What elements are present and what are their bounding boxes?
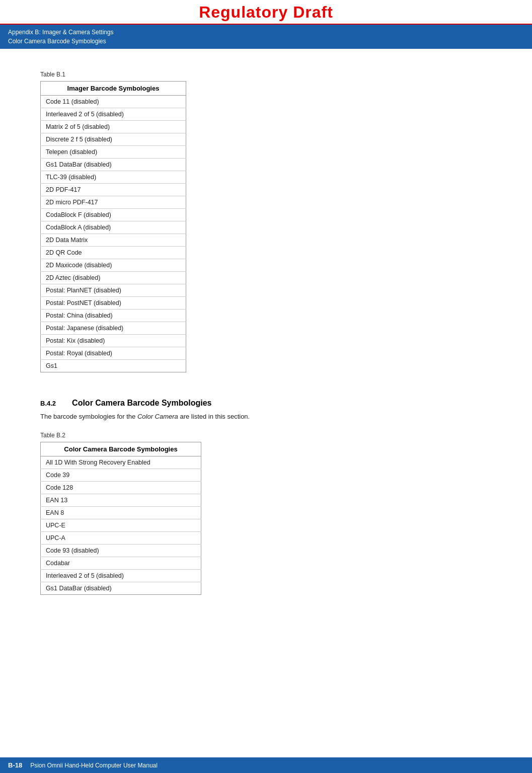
table-row: CodaBlock F (disabled) — [41, 209, 186, 221]
table-row: Gs1 DataBar (disabled) — [41, 159, 186, 171]
table-row: Telepen (disabled) — [41, 146, 186, 159]
section-number: B.4.2 — [40, 400, 56, 407]
table-row: Postal: Kix (disabled) — [41, 335, 186, 347]
page-header-title: Regulatory Draft — [0, 0, 532, 25]
footer: B-18 Psion Omnii Hand-Held Computer User… — [0, 757, 532, 773]
breadcrumb-line2: Color Camera Barcode Symbologies — [8, 37, 524, 46]
imager-barcode-table: Imager Barcode Symbologies Code 11 (disa… — [40, 81, 186, 372]
table-row: Interleaved 2 of 5 (disabled) — [41, 569, 201, 582]
imager-table-heading: Imager Barcode Symbologies — [41, 82, 186, 96]
table-row: EAN 13 — [41, 494, 201, 506]
section-title: Color Camera Barcode Symbologies — [72, 399, 211, 408]
table-row: EAN 8 — [41, 506, 201, 519]
footer-text: Psion Omnii Hand-Held Computer User Manu… — [30, 762, 158, 769]
section-body-italic: Color Camera — [137, 413, 178, 420]
table-row: Code 93 (disabled) — [41, 544, 201, 557]
table-row: 2D Data Matrix — [41, 234, 186, 247]
table1-label: Table B.1 — [40, 71, 492, 78]
table-row: Matrix 2 of 5 (disabled) — [41, 121, 186, 133]
table-row: Postal: China (disabled) — [41, 310, 186, 322]
table-row: 2D Maxicode (disabled) — [41, 259, 186, 272]
breadcrumb-bar: Appendix B: Imager & Camera Settings Col… — [0, 25, 532, 49]
section-body-suffix: are listed in this section. — [178, 413, 250, 420]
table-row: CodaBlock A (disabled) — [41, 221, 186, 234]
table-row: Gs1 DataBar (disabled) — [41, 582, 201, 594]
table-row: Code 39 — [41, 469, 201, 481]
table-row: TLC-39 (disabled) — [41, 171, 186, 184]
section-body: The barcode symbologies for the Color Ca… — [40, 412, 492, 422]
table-row: 2D PDF-417 — [41, 184, 186, 196]
table-row: Postal: Japanese (disabled) — [41, 322, 186, 335]
section-body-prefix: The barcode symbologies for the — [40, 413, 137, 420]
table-row: UPC-A — [41, 531, 201, 544]
breadcrumb-line1: Appendix B: Imager & Camera Settings — [8, 28, 524, 37]
table-row: Postal: Royal (disabled) — [41, 347, 186, 360]
table-row: 2D Aztec (disabled) — [41, 272, 186, 284]
table2-label: Table B.2 — [40, 432, 492, 439]
main-content: Table B.1 Imager Barcode Symbologies Cod… — [0, 49, 532, 637]
table-row: UPC-E — [41, 519, 201, 531]
table-row: Postal: PlanNET (disabled) — [41, 284, 186, 297]
table-row: All 1D With Strong Recovery Enabled — [41, 456, 201, 469]
color-camera-barcode-table: Color Camera Barcode Symbologies All 1D … — [40, 442, 201, 595]
table-row: Codabar — [41, 557, 201, 569]
table-row: Code 128 — [41, 481, 201, 494]
section-heading-row: B.4.2 Color Camera Barcode Symbologies — [40, 384, 492, 412]
table-row: Code 11 (disabled) — [41, 96, 186, 108]
table-row: Postal: PostNET (disabled) — [41, 297, 186, 310]
table-row: 2D micro PDF-417 — [41, 196, 186, 209]
table-row: Interleaved 2 of 5 (disabled) — [41, 108, 186, 121]
footer-page: B-18 — [8, 761, 22, 769]
table-row: Discrete 2 f 5 (disabled) — [41, 133, 186, 146]
table-row: Gs1 — [41, 360, 186, 372]
table-row: 2D QR Code — [41, 247, 186, 259]
color-table-heading: Color Camera Barcode Symbologies — [41, 442, 201, 456]
